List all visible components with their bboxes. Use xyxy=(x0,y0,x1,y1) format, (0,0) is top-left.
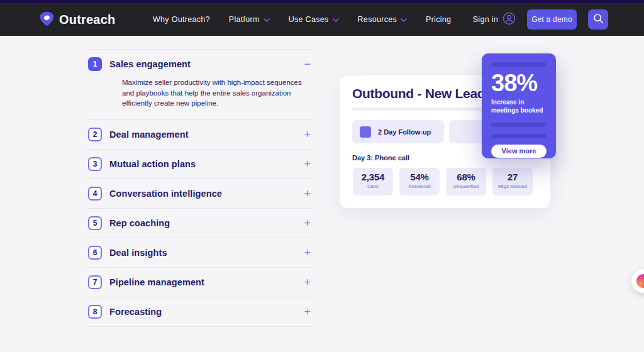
stat-overlay-card: 38% Increase in meetings booked View mor… xyxy=(482,53,556,158)
expand-icon[interactable]: + xyxy=(302,247,313,258)
item-number-badge: 7 xyxy=(88,275,102,289)
nav-item-label: Resources xyxy=(358,15,397,24)
accordion-header[interactable]: 6 Deal insights + xyxy=(88,238,313,267)
step-color-swatch xyxy=(360,126,371,138)
sign-in-label: Sign in xyxy=(473,15,498,24)
user-account-icon xyxy=(502,12,516,27)
placeholder-bar xyxy=(491,134,546,138)
expand-icon[interactable]: + xyxy=(302,306,313,317)
item-number-badge: 5 xyxy=(88,216,102,230)
accordion-item-mutual-action-plans: 3 Mutual action plans + xyxy=(88,149,313,179)
nav-item-label: Platform xyxy=(229,15,260,24)
accordion-header[interactable]: 2 Deal management + xyxy=(88,120,313,149)
stat-value: 27 xyxy=(492,172,533,182)
accordion-item-label: Sales engagement xyxy=(109,59,302,69)
item-number-badge: 1 xyxy=(88,57,102,71)
expand-icon[interactable]: + xyxy=(302,129,313,140)
accordion-item-sales-engagement: 1 Sales engagement − Maximize seller pro… xyxy=(88,49,313,109)
sign-in-link[interactable]: Sign in xyxy=(473,12,516,27)
stat-tile-unqualified: 68% Unqualified xyxy=(446,168,486,195)
stat-tile-answered: 54% Answered xyxy=(399,168,440,195)
accordion-item-label: Deal insights xyxy=(109,248,302,258)
accordion-header[interactable]: 8 Forecasting + xyxy=(88,297,313,326)
accordion-item-label: Mutual action plans xyxy=(109,159,302,169)
stat-value: 54% xyxy=(399,172,440,182)
stat-label: Calls xyxy=(353,184,393,189)
stat-label: Answered xyxy=(399,184,440,189)
nav-item-use-cases[interactable]: Use Cases xyxy=(289,15,339,24)
search-icon xyxy=(593,13,604,26)
nav-item-label: Pricing xyxy=(426,15,451,24)
accordion-item-label: Pipeline management xyxy=(109,277,302,287)
item-number-badge: 4 xyxy=(88,187,102,201)
accordion-item-label: Deal management xyxy=(109,129,302,140)
placeholder-bar xyxy=(491,123,546,127)
accordion-item-forecasting: 8 Forecasting + xyxy=(88,297,313,326)
accordion-header[interactable]: 1 Sales engagement − xyxy=(88,50,313,79)
sequence-title: Outbound - New Lead xyxy=(352,86,485,101)
stat-label: Unqualified xyxy=(446,184,486,189)
collapse-icon[interactable]: − xyxy=(302,58,313,70)
sequence-step-chip: 2 Day Follow-up xyxy=(352,120,444,143)
nav-item-label: Why Outreach? xyxy=(153,15,210,24)
nav-item-platform[interactable]: Platform xyxy=(229,15,270,24)
accordion-item-label: Forecasting xyxy=(109,307,302,317)
accordion-header[interactable]: 3 Mutual action plans + xyxy=(88,150,313,179)
accordion-item-rep-coaching: 5 Rep coaching + xyxy=(88,208,313,238)
accordion-item-conversation-intelligence: 4 Conversation intelligence + xyxy=(88,179,313,208)
item-number-badge: 2 xyxy=(88,128,102,141)
nav-item-why-outreach[interactable]: Why Outreach? xyxy=(153,15,210,24)
chevron-down-icon xyxy=(401,15,407,24)
chevron-down-icon xyxy=(264,15,270,24)
main-navbar: Outreach Why Outreach? Platform Use Case… xyxy=(0,3,644,36)
search-button[interactable] xyxy=(588,9,608,30)
nav-item-label: Use Cases xyxy=(289,15,329,24)
accordion-item-description: Maximize seller productivity with high-i… xyxy=(122,77,306,109)
nav-item-pricing[interactable]: Pricing xyxy=(426,15,451,24)
accordion-item-label: Rep coaching xyxy=(109,218,302,228)
stat-caption: Increase in meetings booked xyxy=(491,98,548,114)
nav-item-resources[interactable]: Resources xyxy=(358,15,407,24)
expand-icon[interactable]: + xyxy=(302,217,313,229)
accordion-header[interactable]: 5 Rep coaching + xyxy=(88,209,313,238)
expand-icon[interactable]: + xyxy=(302,158,313,170)
get-demo-button[interactable]: Get a demo xyxy=(527,9,577,30)
stat-tile-calls: 2,354 Calls xyxy=(353,168,393,195)
view-more-button: View more xyxy=(491,145,547,158)
stat-label: Mtgs booked xyxy=(492,184,533,189)
item-number-badge: 8 xyxy=(88,305,102,319)
chat-widget-button[interactable] xyxy=(631,269,644,293)
stat-percentage: 38% xyxy=(491,70,547,97)
item-number-badge: 6 xyxy=(88,246,102,260)
item-number-badge: 3 xyxy=(88,157,102,171)
nav-links: Why Outreach? Platform Use Cases Resourc… xyxy=(153,3,451,36)
expand-icon[interactable]: + xyxy=(302,277,313,288)
accordion-item-label: Conversation intelligence xyxy=(109,189,302,199)
accordion-item-deal-insights: 6 Deal insights + xyxy=(88,238,313,267)
stats-row: 2,354 Calls 54% Answered 68% Unqualified… xyxy=(353,168,550,195)
accordion-header[interactable]: 4 Conversation intelligence + xyxy=(88,179,313,208)
step-label: 2 Day Follow-up xyxy=(378,128,431,136)
chevron-down-icon xyxy=(333,15,339,24)
nav-right-actions: Sign in Get a demo xyxy=(473,3,608,36)
brand-name: Outreach xyxy=(59,13,115,27)
expand-icon[interactable]: + xyxy=(302,188,313,199)
stat-tile-mtgs-booked: 27 Mtgs booked xyxy=(492,168,533,195)
outreach-logo-icon xyxy=(39,11,55,29)
stat-value: 2,354 xyxy=(353,172,393,182)
outreach-logo[interactable]: Outreach xyxy=(39,3,115,36)
accordion-item-pipeline-management: 7 Pipeline management + xyxy=(88,267,313,297)
placeholder-bar xyxy=(491,62,546,67)
feature-accordion: 1 Sales engagement − Maximize seller pro… xyxy=(88,49,313,327)
accordion-header[interactable]: 7 Pipeline management + xyxy=(88,268,313,297)
chat-widget-icon xyxy=(636,274,644,288)
accordion-item-deal-management: 2 Deal management + xyxy=(88,119,313,149)
stat-value: 68% xyxy=(446,172,486,182)
